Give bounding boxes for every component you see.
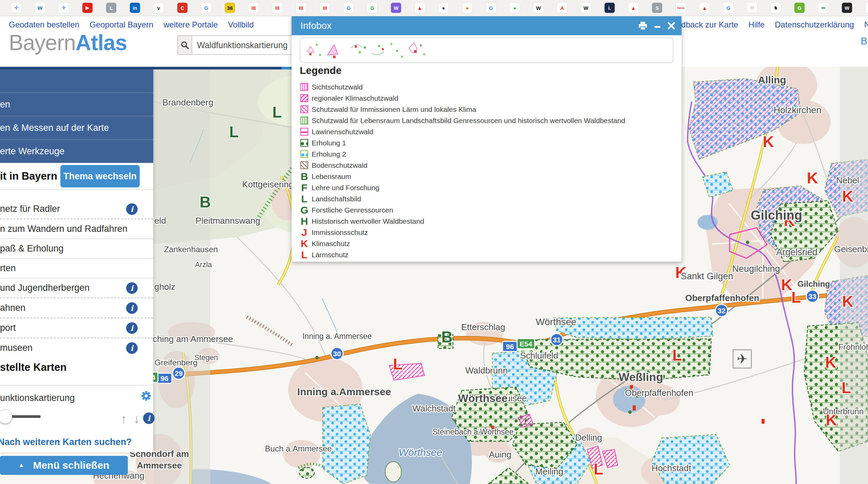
map-label: Holzkirchen	[773, 105, 821, 115]
legend-swatch-letter: B	[300, 173, 308, 180]
at-purple-icon[interactable]: @	[866, 3, 868, 13]
orange-circle-icon[interactable]: ●	[462, 3, 472, 13]
w-black-icon[interactable]: W	[581, 3, 591, 13]
gear-icon[interactable]	[140, 390, 152, 403]
info-icon[interactable]: i	[126, 282, 138, 294]
theme-switch-button[interactable]: Thema wechseln	[60, 165, 140, 187]
sidebar-map-list: netz für Radlerin zum Wandern und Radfah…	[0, 199, 153, 358]
loc-red-icon[interactable]: III	[249, 3, 259, 13]
flame-red-icon[interactable]: ▲	[699, 3, 710, 13]
info-icon[interactable]: i	[126, 342, 138, 354]
legend-row: Bodenschutzwald	[300, 160, 673, 171]
linkedin-icon[interactable]: in	[130, 3, 140, 13]
forest-function-letter: K	[807, 169, 818, 187]
person-navy-icon[interactable]: ●	[438, 3, 449, 13]
legend-swatch-letter: J	[300, 228, 308, 236]
info-icon[interactable]: i	[126, 302, 138, 314]
legend-label: Klimaschutz	[312, 240, 350, 248]
forest-function-letter: K	[825, 354, 836, 371]
w-purple-icon[interactable]: W	[391, 3, 401, 13]
layer-opacity-slider[interactable]	[0, 415, 41, 418]
wordpress-icon[interactable]: W	[35, 3, 45, 13]
header-link-n[interactable]: N	[864, 20, 868, 29]
red-tile-icon[interactable]: C	[177, 3, 188, 13]
sidebar-list-item-7[interactable]: museeni	[0, 338, 153, 358]
close-icon[interactable]	[667, 22, 675, 30]
map-label: Wörthsee	[536, 317, 576, 327]
sidebar-menu-item-0[interactable]	[0, 69, 153, 93]
youtube-icon[interactable]: ▶	[82, 3, 93, 13]
flame-red-icon[interactable]: ▲	[415, 3, 425, 13]
star-outline-icon[interactable]: ☆	[747, 3, 757, 13]
sidebar-menu-item-2[interactable]: en & Messen auf der Karte	[0, 116, 153, 140]
legend-row: JImmissionsschutz	[300, 227, 673, 238]
header-link-vollbild[interactable]: Vollbild	[228, 20, 254, 29]
s-gray-icon[interactable]: S	[652, 3, 662, 13]
map-label: Stegen	[194, 353, 218, 362]
google-icon[interactable]: G	[343, 3, 354, 13]
move-layer-down-icon[interactable]: ↓	[134, 412, 140, 426]
google-icon[interactable]: G	[201, 3, 211, 13]
sidebar-list-item-0[interactable]: netz für Radleri	[0, 199, 153, 219]
loc-red-icon[interactable]: III	[320, 3, 330, 13]
header-link-geodaten-bestellen[interactable]: Geodaten bestellen	[9, 20, 79, 29]
road-badge-E54: E54	[517, 339, 535, 349]
google-icon[interactable]: G	[367, 3, 377, 13]
google-icon[interactable]: G	[723, 3, 733, 13]
map-label: Alling	[758, 74, 786, 85]
minimize-icon[interactable]	[654, 21, 661, 30]
sidebar-list-item-5[interactable]: ahneni	[0, 298, 153, 318]
map-label: Buch a.Ammersee	[265, 444, 332, 453]
sidebar-list-item-3[interactable]: rten	[0, 259, 153, 278]
layer-info-icon[interactable]: i	[143, 412, 155, 424]
i-navy-icon[interactable]: i.	[605, 3, 615, 13]
wordpress-dark-icon[interactable]: W	[533, 3, 544, 13]
info-icon[interactable]: i	[126, 322, 138, 334]
greenpeace-icon[interactable]: G	[794, 3, 805, 13]
legend-title: Legende	[300, 65, 341, 76]
legend-label: regionaler Klimaschutzwald	[312, 94, 398, 102]
info-icon[interactable]: i	[126, 203, 138, 215]
flame-red-icon[interactable]: ▲	[628, 3, 638, 13]
map-label: Delling	[575, 432, 602, 443]
legend-preview-graphic	[300, 38, 671, 61]
bn-icon[interactable]: BN	[818, 3, 828, 13]
pin-tool-icon[interactable]: ✛	[11, 3, 21, 13]
map-label: Geisenbrunn	[834, 244, 868, 254]
canon-icon[interactable]: Canon	[676, 3, 686, 13]
sidebar-menu-item-1[interactable]: en	[0, 93, 153, 116]
header-link-hilfe[interactable]: Hilfe	[748, 20, 765, 29]
header-link-weitere-portale[interactable]: weitere Portale	[163, 20, 218, 29]
map-label: Auing	[489, 449, 512, 460]
move-layer-up-icon[interactable]: ↑	[121, 412, 127, 426]
knight-icon[interactable]: ♞	[771, 3, 781, 13]
letter-l-icon[interactable]: L	[106, 3, 116, 13]
header-link-geoportal-bayern[interactable]: Geoportal Bayern	[90, 20, 153, 29]
green-circle-icon[interactable]: ●	[510, 3, 520, 13]
loc-red-icon[interactable]: III	[272, 3, 282, 13]
loc-red-icon[interactable]: III	[296, 3, 306, 13]
sidebar-menu-item-3[interactable]: erte Werkzeuge	[0, 140, 153, 163]
slider-thumb[interactable]	[0, 409, 12, 424]
legend-swatch-sw-vmag	[300, 83, 308, 91]
svg-text:31: 31	[553, 336, 561, 344]
infobox-titlebar[interactable]: Infobox	[292, 16, 682, 35]
sidebar-list-item-4[interactable]: und Jugendherbergeni	[0, 278, 153, 298]
sidebar-list-item-6[interactable]: porti	[0, 318, 153, 338]
sidebar-list-item-1[interactable]: n zum Wandern und Radfahren	[0, 219, 153, 239]
forest-function-letter: K	[781, 276, 792, 294]
google-icon[interactable]: G	[486, 3, 496, 13]
adobe-red-icon[interactable]: A	[557, 3, 567, 13]
map-label: Frohnloh	[839, 342, 868, 351]
vimeo-icon[interactable]: v	[154, 3, 164, 13]
sidebar-list-item-2[interactable]: paß & Erholung	[0, 239, 153, 259]
forest-function-letter: L	[842, 379, 851, 397]
header-link-datenschutzerkl-rung[interactable]: Datenschutzerklärung	[775, 20, 854, 29]
print-icon[interactable]	[638, 21, 648, 30]
badge-36-icon[interactable]: 36	[225, 3, 235, 13]
forest-function-letter: L	[672, 346, 682, 364]
w-circle-dark-icon[interactable]: W	[842, 3, 852, 13]
close-menu-button[interactable]: ▲ Menü schließen	[0, 456, 128, 475]
search-more-maps-link[interactable]: Nach weiteren Karten suchen?	[0, 437, 132, 447]
pin-tool-icon[interactable]: ✛	[59, 3, 69, 13]
